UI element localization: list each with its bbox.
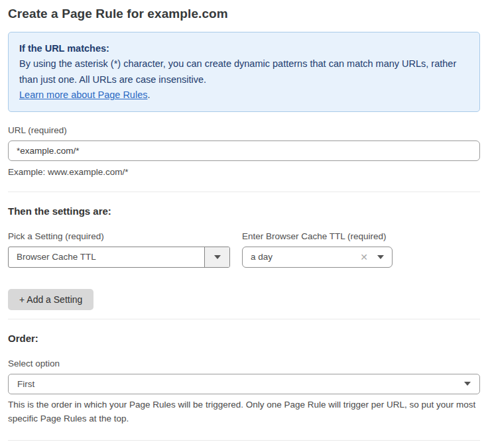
- ttl-column: Enter Browser Cache TTL (required) a day…: [242, 231, 393, 268]
- info-box-body: By using the asterisk (*) character, you…: [19, 56, 469, 87]
- chevron-down-icon: [464, 382, 471, 386]
- url-match-info-box: If the URL matches: By using the asteris…: [8, 32, 480, 112]
- pick-setting-value: Browser Cache TTL: [9, 247, 204, 267]
- order-help-text: This is the order in which your Page Rul…: [8, 398, 480, 426]
- footer-divider: [8, 440, 480, 441]
- settings-heading: Then the settings are:: [8, 205, 480, 217]
- chevron-down-icon: [377, 255, 384, 259]
- pick-setting-label: Pick a Setting (required): [8, 231, 230, 241]
- pick-setting-select[interactable]: Browser Cache TTL: [8, 247, 230, 268]
- order-heading: Order:: [8, 333, 480, 344]
- ttl-value: a day: [251, 252, 360, 262]
- ttl-label: Enter Browser Cache TTL (required): [242, 231, 393, 241]
- section-divider: [8, 319, 480, 319]
- url-input[interactable]: [8, 140, 480, 161]
- page-title: Create a Page Rule for example.com: [8, 7, 480, 21]
- info-box-heading: If the URL matches:: [19, 41, 469, 56]
- add-setting-button[interactable]: + Add a Setting: [8, 289, 93, 310]
- order-value: First: [17, 379, 464, 389]
- learn-more-link[interactable]: Learn more about Page Rules: [19, 89, 147, 100]
- info-box-link-line: Learn more about Page Rules.: [19, 87, 469, 103]
- clear-icon[interactable]: ✕: [360, 252, 368, 262]
- url-example-text: Example: www.example.com/*: [8, 166, 480, 180]
- order-select[interactable]: First: [8, 374, 480, 394]
- pick-setting-column: Pick a Setting (required) Browser Cache …: [8, 231, 230, 268]
- chevron-down-icon: [214, 255, 221, 259]
- order-select-label: Select option: [8, 359, 480, 368]
- ttl-select[interactable]: a day ✕: [242, 247, 393, 268]
- url-field-label: URL (required): [8, 125, 480, 135]
- pick-setting-dropdown-button[interactable]: [204, 247, 229, 267]
- section-divider: [8, 192, 480, 192]
- settings-row: Pick a Setting (required) Browser Cache …: [8, 231, 480, 268]
- link-period: .: [147, 89, 150, 100]
